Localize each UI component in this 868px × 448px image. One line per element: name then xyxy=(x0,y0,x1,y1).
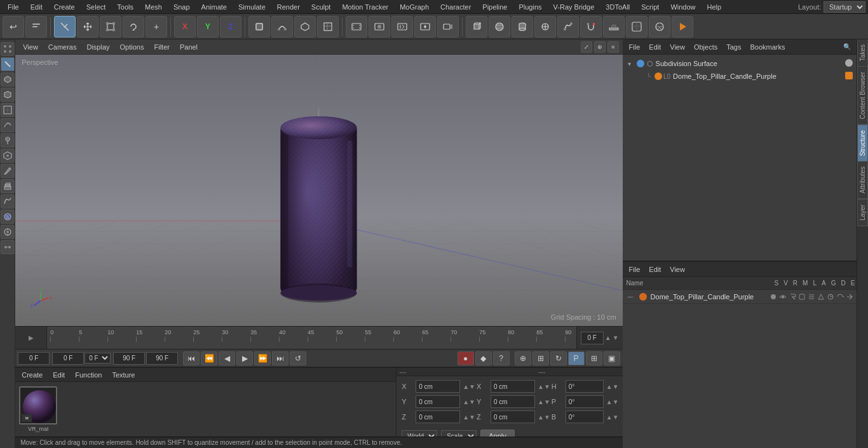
rot-b-arrow[interactable]: ▲▼ xyxy=(606,414,619,421)
vp-menu-cameras[interactable]: Cameras xyxy=(44,42,81,52)
pos-z-arrow[interactable]: ▲▼ xyxy=(463,414,475,421)
polygon-mode-button[interactable] xyxy=(294,16,316,37)
move-button[interactable] xyxy=(77,16,98,37)
redo-button[interactable] xyxy=(25,16,47,37)
rot-p-arrow[interactable]: ▲▼ xyxy=(606,398,619,405)
menu-tools[interactable]: Tools xyxy=(112,2,139,12)
attr-file-btn[interactable]: File xyxy=(625,264,644,275)
tab-structure[interactable]: Structure xyxy=(857,125,868,162)
timeline-ruler[interactable]: 0 5 10 15 20 25 30 35 40 45 50 xyxy=(47,327,576,349)
size-x-arrow[interactable]: ▲▼ xyxy=(538,383,550,390)
obj-mgr-objects[interactable]: Objects xyxy=(690,42,721,52)
attr-view-btn[interactable]: View xyxy=(666,264,689,275)
obj-tree-subdiv-surface[interactable]: ▾ ⬡ Subdivision Surface ✓ xyxy=(623,57,868,70)
pos-y-input[interactable] xyxy=(416,395,460,408)
left-snap[interactable] xyxy=(1,149,15,163)
vp-menu-filter[interactable]: Filter xyxy=(150,42,173,52)
play-button[interactable]: ▶ xyxy=(236,351,253,365)
menu-animate[interactable]: Animate xyxy=(196,2,232,12)
play-reverse-button[interactable]: ◀ xyxy=(219,351,235,365)
help-circle-button[interactable]: ? xyxy=(493,351,510,365)
obj-mgr-view[interactable]: View xyxy=(666,42,689,52)
end-frame-input1[interactable] xyxy=(113,352,145,365)
menu-character[interactable]: Character xyxy=(435,2,476,12)
pos-x-input[interactable] xyxy=(416,380,460,393)
menu-vray[interactable]: V-Ray Bridge xyxy=(548,2,600,12)
menu-select[interactable]: Select xyxy=(81,2,111,12)
material-vr-mat[interactable]: M VR_mat xyxy=(19,386,57,432)
rotate-button[interactable] xyxy=(123,16,144,37)
mat-edit-btn[interactable]: Edit xyxy=(49,370,69,380)
left-paint[interactable]: S xyxy=(1,210,15,224)
obj-mgr-search-icon[interactable]: 🔍 xyxy=(841,41,853,53)
menu-script[interactable]: Script xyxy=(636,2,664,12)
vp-settings-icon[interactable]: ≡ xyxy=(607,41,619,53)
rotate-tool-pb[interactable]: ↻ xyxy=(550,351,567,365)
pos-y-arrow[interactable]: ▲▼ xyxy=(463,398,475,405)
menu-help[interactable]: Help xyxy=(702,2,727,12)
subdiv-vis-icon[interactable] xyxy=(845,59,853,67)
texture-mode-button[interactable] xyxy=(317,16,339,37)
move-tool-pb[interactable]: ⊕ xyxy=(515,351,531,365)
attr-dome-row[interactable]: — Dome_Top_Pillar_Candle_Purple xyxy=(623,290,868,304)
left-extrude[interactable] xyxy=(1,179,15,193)
menu-window[interactable]: Window xyxy=(665,2,700,12)
start-frame-input[interactable] xyxy=(18,352,50,365)
left-mode-polygon[interactable] xyxy=(1,72,15,86)
obj-mgr-edit[interactable]: Edit xyxy=(645,42,665,52)
menu-edit[interactable]: Edit xyxy=(25,2,48,12)
null-button[interactable] xyxy=(534,16,556,37)
rot-b-input[interactable] xyxy=(566,411,604,423)
frame-select[interactable]: 0 F xyxy=(85,353,111,363)
menu-motion-tracker[interactable]: Motion Tracker xyxy=(337,2,393,12)
scale-tool-pb[interactable]: ⊞ xyxy=(532,351,549,365)
z-axis-button[interactable]: Z xyxy=(220,16,241,37)
keyframe-anim-button[interactable]: ◆ xyxy=(475,351,492,365)
left-pivot[interactable] xyxy=(1,225,15,239)
attr-m-icon[interactable] xyxy=(797,292,806,301)
obj-mgr-tags[interactable]: Tags xyxy=(722,42,745,52)
undo-button[interactable]: ↩ xyxy=(3,16,24,37)
cube-button[interactable] xyxy=(466,16,487,37)
next-frame-button[interactable]: ⏩ xyxy=(254,351,271,365)
go-to-end-button[interactable]: ⏭ xyxy=(272,351,288,365)
tab-takes[interactable]: Takes xyxy=(857,39,868,67)
left-mode-object[interactable] xyxy=(1,88,15,102)
left-mode-edges[interactable] xyxy=(1,57,15,71)
left-uv[interactable] xyxy=(1,103,15,117)
timeline-arrow-down[interactable]: ▼ xyxy=(613,334,619,341)
timeline-arrow-up[interactable]: ▲ xyxy=(605,334,611,341)
rot-h-input[interactable] xyxy=(566,380,604,393)
scale-button[interactable] xyxy=(100,16,121,37)
dome-color-swatch[interactable] xyxy=(845,72,853,79)
loop-button[interactable]: ↺ xyxy=(290,351,306,365)
magnet-button[interactable] xyxy=(580,16,602,37)
tab-content-browser[interactable]: Content Browser xyxy=(857,67,868,125)
3d-viewport[interactable]: Perspective Grid Spacing : 10 cm X Y Z xyxy=(15,55,622,326)
rot-h-arrow[interactable]: ▲▼ xyxy=(606,383,619,390)
cam-button[interactable] xyxy=(437,16,459,37)
rot-p-input[interactable] xyxy=(566,395,604,408)
left-magnet[interactable] xyxy=(1,133,15,147)
obj-mgr-file[interactable]: File xyxy=(625,42,644,52)
attr-e-icon[interactable] xyxy=(845,292,853,301)
sphere-button[interactable] xyxy=(489,16,510,37)
cylinder-button[interactable] xyxy=(512,16,533,37)
keyframe-button[interactable] xyxy=(414,16,436,37)
menu-create[interactable]: Create xyxy=(49,2,80,12)
tab-layer[interactable]: Layer xyxy=(857,199,868,226)
menu-plugins[interactable]: Plugins xyxy=(513,2,546,12)
vp-menu-view[interactable]: View xyxy=(19,42,42,52)
frame-button[interactable] xyxy=(391,16,413,37)
current-frame-playback-input[interactable] xyxy=(52,352,84,365)
left-mode-points[interactable] xyxy=(1,42,15,56)
subdiv-expand-arrow[interactable]: ▾ xyxy=(628,60,634,67)
x-axis-button[interactable]: X xyxy=(174,16,196,37)
end-frame-input2[interactable] xyxy=(146,352,178,365)
size-y-arrow[interactable]: ▲▼ xyxy=(538,398,550,405)
size-y-input[interactable] xyxy=(491,395,535,408)
size-x-input[interactable] xyxy=(491,380,535,393)
y-axis-button[interactable]: Y xyxy=(197,16,219,37)
grid-pb[interactable]: ⊞ xyxy=(586,351,602,365)
pos-x-arrow[interactable]: ▲▼ xyxy=(463,383,475,390)
